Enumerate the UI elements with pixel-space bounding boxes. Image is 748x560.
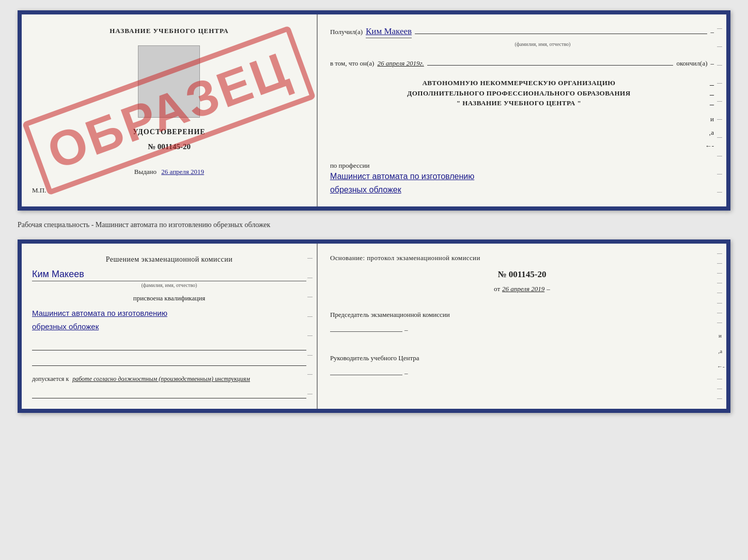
doc-type-label: УДОСТОВЕРЕНИЕ [32,128,306,136]
date-label: в том, что он(а) [330,59,375,68]
bottom-name: Ким Макеев [32,269,306,280]
blank-line-1 [32,341,306,350]
a-row: ‚а [330,129,714,137]
director-sig-line [330,366,402,375]
recipient-name: Ким Макеев [366,26,412,38]
top-doc-left: НАЗВАНИЕ УЧЕБНОГО ЦЕНТРА УДОСТОВЕРЕНИЕ №… [22,14,318,206]
org-dashes: – – – [710,78,714,109]
qualification-block: Машинист автомата по изготовлению обрезн… [32,307,306,333]
blank-line-2 [32,357,306,366]
top-doc-right: Получил(а) Ким Макеев – (фамилия, имя, о… [318,14,726,206]
director-block: Руководитель учебного Центра – [330,349,714,379]
side-line [717,46,722,47]
qual-line2: обрезных обложек [32,320,306,333]
side-line [717,174,722,174]
org-line2: ДОПОЛНИТЕЛЬНОГО ПРОФЕССИОНАЛЬНОГО ОБРАЗО… [330,88,708,99]
and-row: и [330,115,714,123]
bottom-name-sublabel: (фамилия, имя, отчество) [32,281,306,288]
dash-right-1: – [710,28,714,36]
protocol-date-value: 26 апреля 2019 [502,285,544,293]
director-sig-row: – [330,364,714,379]
profession-line2: обрезных обложек [330,183,714,197]
side-line [717,101,722,102]
back-label: ←- [705,142,714,150]
side-line [717,192,722,193]
bottom-right-side-lines: и ‚а ←- [717,249,723,404]
chairman-label-text: Председатель экзаменационной комиссии [330,311,450,318]
mp-label: М.П. [32,186,306,195]
chairman-dash: – [404,325,408,335]
issued-date: 26 апреля 2019 [161,168,204,175]
issued-label: Выдано [134,168,157,175]
chairman-label: Председатель экзаменационной комиссии – [330,310,714,335]
a-label: ‚а [709,129,714,137]
profession-block: по профессии Машинист автомата по изгото… [330,158,714,196]
side-и: и [717,332,723,339]
dash-right-2: – [710,59,714,68]
finished-label: окончил(а) [676,59,707,68]
qual-line1: Машинист автомата по изготовлению [32,307,306,320]
date-row: в том, что он(а) 26 апреля 2019г. окончи… [330,56,714,68]
side-arrow: ←- [717,363,723,370]
side-line [717,119,722,120]
side-line [717,65,722,66]
org-line1: АВТОНОМНУЮ НЕКОММЕРЧЕСКУЮ ОРГАНИЗАЦИЮ [330,78,708,88]
director-label-text: Руководитель учебного Центра [330,354,419,362]
photo-area [138,45,200,118]
profession-label: по профессии [330,162,714,170]
profession-line1: Машинист автомата по изготовлению [330,170,714,183]
org-block: АВТОНОМНУЮ НЕКОММЕРЧЕСКУЮ ОРГАНИЗАЦИЮ ДО… [330,78,714,109]
bottom-left-side-lines [307,249,314,404]
org-text: АВТОНОМНУЮ НЕКОММЕРЧЕСКУЮ ОРГАНИЗАЦИЮ ДО… [330,78,708,108]
received-label: Получил(а) [330,28,363,36]
side-line [717,28,722,29]
received-row: Получил(а) Ким Макеев – [330,25,714,38]
chairman-sig-line [330,323,402,332]
top-document: НАЗВАНИЕ УЧЕБНОГО ЦЕНТРА УДОСТОВЕРЕНИЕ №… [18,10,730,211]
admission-value: работе согласно должностным (производств… [72,375,250,382]
side-line [717,137,722,138]
basis-title: Основание: протокол экзаменационной коми… [330,254,714,262]
recipient-sublabel: (фамилия, имя, отчество) [371,41,714,47]
protocol-date-row: от 26 апреля 2019 – [330,285,714,293]
top-left-title: НАЗВАНИЕ УЧЕБНОГО ЦЕНТРА [32,27,306,35]
admission-label: допускается к [32,375,69,382]
date-underline [427,56,674,66]
bottom-document: Решением экзаменационной комиссии Ким Ма… [18,239,730,413]
issued-row: Выдано 26 апреля 2019 [32,168,306,176]
protocol-dash: – [547,285,550,293]
date-prefix: от [494,285,500,293]
bottom-doc-right: Основание: протокол экзаменационной коми… [318,244,726,409]
date-value: 26 апреля 2019г. [377,59,424,68]
side-а: ‚а [717,348,723,354]
underline-after-name [415,25,707,34]
chairman-block: Председатель экзаменационной комиссии – [330,306,714,335]
side-line [717,156,722,156]
decision-text: Решением экзаменационной комиссии [32,254,306,265]
protocol-number: № 001145-20 [330,269,714,280]
director-label: Руководитель учебного Центра – [330,353,714,379]
right-side-lines [717,20,723,201]
side-line [717,83,722,84]
name-field-block: Ким Макеев (фамилия, имя, отчество) [32,269,306,288]
bottom-doc-left: Решением экзаменационной комиссии Ким Ма… [22,244,318,409]
doc-number: № 001145-20 [32,142,306,151]
chairman-sig-row: – [330,321,714,335]
between-label: Рабочая специальность - Машинист автомат… [18,219,730,231]
blank-line-3 [32,389,306,398]
and-label: и [710,115,714,123]
director-dash: – [404,368,408,379]
admission-block: допускается к работе согласно должностны… [32,375,306,383]
org-line3: " НАЗВАНИЕ УЧЕБНОГО ЦЕНТРА " [330,98,708,108]
qualification-label: присвоена квалификация [32,294,306,302]
back-row: ←- [330,142,714,150]
